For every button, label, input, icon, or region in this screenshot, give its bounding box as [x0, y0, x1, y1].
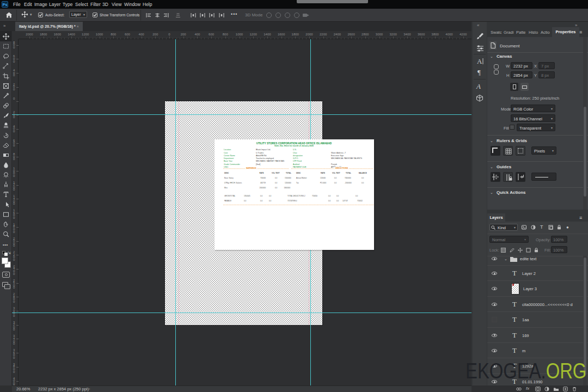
svg-text:A: A: [476, 82, 481, 90]
svg-text:¶: ¶: [477, 68, 481, 76]
svg-text:A: A: [477, 57, 482, 65]
